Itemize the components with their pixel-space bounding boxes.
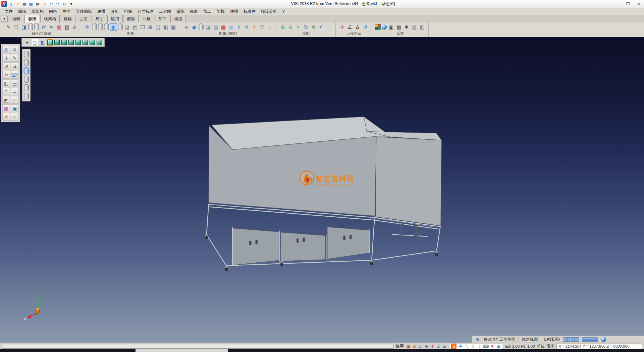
workplane-origin-icon[interactable]: ⊕ (475, 336, 481, 342)
screenshot-icon[interactable]: ⊡ (62, 1, 67, 7)
erase-element-icon[interactable]: ⌦ (11, 71, 18, 79)
swap-filter-icon[interactable]: ⇄ (40, 24, 47, 30)
menu-item[interactable]: 电极 (121, 8, 135, 15)
menu-item[interactable]: 冲模 (227, 8, 241, 15)
refresh-view-icon[interactable]: ↻ (303, 24, 309, 30)
undo-icon[interactable]: ↶ (11, 96, 18, 104)
menu-item[interactable]: 编辑 (15, 8, 29, 15)
shading-icon[interactable]: ◧ (2, 79, 10, 87)
copy-attributes-icon[interactable]: ❏ (13, 24, 19, 30)
tab[interactable]: 线架构 (40, 15, 60, 23)
menu-item[interactable]: 实体编辑 (73, 8, 95, 15)
workplane-3point-icon[interactable]: ∆ (354, 24, 361, 30)
view-cube-right-icon[interactable] (75, 40, 81, 45)
filter-red-cylinder-icon[interactable] (28, 24, 33, 30)
show-all-icon[interactable]: ◩ (131, 24, 138, 30)
menu-item[interactable]: 系统 (174, 8, 187, 15)
view-cube-iso-icon[interactable] (47, 40, 53, 45)
layer-filter-icon[interactable]: ≡ (48, 24, 55, 30)
menu-item[interactable]: 标准件 (241, 8, 258, 15)
ime-mode-chinese[interactable]: 中 (458, 344, 463, 349)
palette-icon[interactable]: ▦ (2, 104, 10, 112)
ime-keyboard-icon[interactable]: ⌨ (483, 344, 488, 349)
performance-icon[interactable]: ◧ (419, 24, 425, 30)
tab[interactable]: 标准 (24, 15, 40, 23)
tab[interactable]: 模流 (170, 15, 186, 23)
new-file-icon[interactable]: ▯ (8, 1, 14, 7)
calculator-icon[interactable]: ▦ (395, 24, 402, 30)
dynamic-view-icon[interactable]: ◉ (191, 24, 198, 30)
tab[interactable]: 编辑 (9, 15, 24, 23)
filter-wireframe-icon[interactable] (24, 68, 29, 74)
menu-item[interactable]: 塑模 (214, 8, 227, 15)
snap-endpoint-icon[interactable]: ◉ (412, 344, 417, 349)
view-cube-back-icon[interactable] (61, 40, 67, 45)
tab[interactable]: 塑膜 (123, 15, 139, 23)
view-cube-top-icon[interactable] (83, 40, 88, 45)
view-list-icon[interactable]: ≡ (24, 39, 30, 45)
selection-count-icon[interactable]: 2 (436, 344, 441, 349)
tracking-icon[interactable]: ✛ (430, 344, 435, 349)
database-icon[interactable]: ▥ (411, 24, 418, 30)
filter-points-icon[interactable] (24, 76, 29, 83)
workplane-reset-icon[interactable]: ↺ (362, 24, 369, 30)
globe-system-icon[interactable] (382, 25, 387, 30)
purge-filter-icon[interactable]: ⊘ (71, 24, 78, 30)
menu-item[interactable]: 曲面 (60, 8, 73, 15)
filter-all-icon[interactable] (24, 93, 29, 99)
color-filter-icon[interactable]: ▦ (56, 24, 62, 30)
view-cube-bottom-icon[interactable] (90, 40, 95, 45)
mask-faces-icon[interactable]: ◪ (205, 24, 211, 30)
globe-status-icon[interactable] (601, 337, 606, 342)
section-view-icon[interactable]: ◧ (162, 24, 169, 30)
minimize-button[interactable]: ─ (612, 0, 623, 8)
previous-view-icon[interactable]: ↶ (318, 24, 325, 30)
edit-attributes-icon[interactable]: ✎ (5, 24, 12, 30)
viewport-3d[interactable]: 智造资料网 WWW.ZHIZAOZILIAO.COM Y X ≡▢◧ ◎✕✛✎↺… (0, 37, 644, 343)
ime-skin-icon[interactable]: ▦ (496, 344, 501, 349)
ime-toolbox-icon[interactable]: ❖ (489, 344, 495, 349)
menu-item[interactable]: 分析 (108, 8, 121, 15)
solid-display-icon[interactable] (92, 24, 97, 30)
open-file-icon[interactable]: ▱ (15, 1, 20, 7)
view-cube-left-icon[interactable] (68, 40, 74, 45)
save-view-icon[interactable]: ▣ (11, 104, 18, 112)
mask-solids-icon[interactable] (199, 24, 204, 30)
mask-by-layer-icon[interactable]: ▨ (212, 24, 219, 30)
ime-punctuation[interactable]: °, (464, 344, 469, 349)
isolate-solid-icon[interactable]: ◪ (124, 24, 130, 30)
menu-item[interactable]: 文件 (2, 8, 15, 15)
linetype-filter-icon[interactable]: ▥ (63, 24, 70, 30)
taskbar-app-button[interactable] (136, 349, 228, 352)
grid-display-icon[interactable]: ⊞ (147, 24, 154, 30)
menu-item[interactable]: 尺寸标注 (135, 8, 156, 15)
funnel-icon[interactable]: ▽ (259, 24, 265, 30)
box-display-icon[interactable]: ❒ (139, 24, 146, 30)
offset-icon[interactable]: ⇉ (11, 62, 18, 70)
print-icon[interactable]: ▤ (35, 1, 41, 7)
notes-icon[interactable]: ▤ (11, 79, 18, 87)
light-settings-icon[interactable]: ☀ (251, 24, 258, 30)
view-plane-icon[interactable]: ▢ (32, 39, 38, 45)
workplane-edit-label[interactable]: 修改 XY 工作平面 (484, 337, 515, 342)
ortho-mode-icon[interactable]: ∟ (418, 344, 423, 349)
quick-calc-icon[interactable]: ▤ (442, 344, 447, 349)
menu-item[interactable]: ? (280, 8, 287, 14)
library-icon[interactable]: ▱ (11, 113, 18, 121)
view-glasses-icon[interactable]: ∞ (183, 24, 190, 30)
view-cube-front-icon[interactable] (54, 40, 60, 45)
tab[interactable]: 加工 (155, 15, 170, 23)
menu-item[interactable]: 网格 (46, 8, 60, 15)
menu-item[interactable]: 建模 (95, 8, 108, 15)
layer-label[interactable]: LAYER0 (544, 337, 559, 342)
arrow-up-icon[interactable]: ⇧ (235, 24, 242, 30)
view-mode-label[interactable]: 绝对视图 (522, 337, 538, 342)
tab[interactable]: 曲面 (76, 15, 91, 23)
filter-elements-icon[interactable]: ◨ (20, 24, 27, 30)
sogou-logo[interactable]: S (451, 344, 457, 349)
save-file-icon[interactable]: ▦ (21, 1, 27, 7)
mask-reset-icon[interactable]: ◌ (266, 24, 273, 30)
close-button[interactable]: ✕ (633, 0, 644, 8)
view-render-icon[interactable]: ◧ (40, 39, 46, 45)
workplane-tool-icon[interactable]: ◩ (2, 96, 10, 104)
